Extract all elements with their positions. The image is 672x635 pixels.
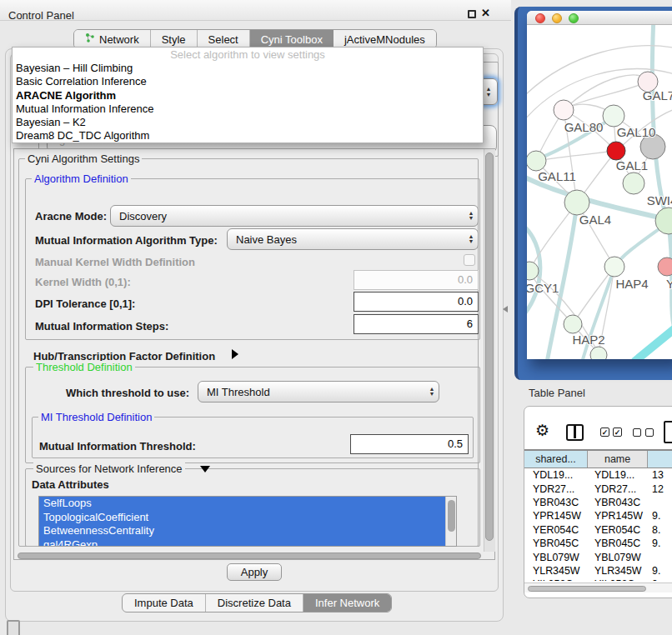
table-horizontal-scrollbar-thumb[interactable]: [528, 586, 646, 592]
dropdown-item-bayesian-k2[interactable]: Bayesian – K2: [13, 116, 483, 129]
data-attributes-list[interactable]: SelfLoops TopologicalCoefficient Between…: [38, 496, 457, 547]
table-row[interactable]: YDL19...YDL19...13: [524, 468, 672, 482]
node-y[interactable]: [658, 258, 672, 276]
table-rows: YDL19...YDL19...13 YDR27...YDR27...12 YB…: [524, 468, 672, 581]
cell: YDR27...: [524, 483, 589, 495]
close-window-icon[interactable]: [535, 13, 545, 23]
table-panel-title: Table Panel: [529, 387, 585, 399]
mi-steps-field[interactable]: 6: [354, 314, 479, 334]
columns-icon[interactable]: [566, 424, 584, 441]
cell: 9: [649, 578, 672, 581]
list-item-betweennesscentrality[interactable]: BetweennessCentrality: [39, 524, 445, 538]
dropdown-item-aracne[interactable]: ARACNE Algorithm: [13, 89, 483, 102]
which-threshold-combobox[interactable]: MI Threshold ▲▼: [198, 381, 439, 402]
label-hap2: HAP2: [572, 332, 604, 347]
table-row[interactable]: YBL079WYBL079W: [524, 550, 672, 563]
tab-impute-data[interactable]: Impute Data: [123, 594, 206, 612]
tab-infer-network[interactable]: Infer Network: [303, 594, 391, 612]
node-gcy1[interactable]: [527, 262, 539, 280]
table-row[interactable]: YIL052CYIL052C9: [524, 578, 672, 581]
column-header-name[interactable]: name: [588, 451, 648, 468]
table-row[interactable]: YBR045CYBR045C9.: [524, 537, 672, 550]
cell: YPR145W: [524, 510, 589, 522]
table-row[interactable]: YPR145WYPR145W9.: [524, 509, 672, 522]
bottom-tabbar: Impute Data Discretize Data Infer Networ…: [122, 593, 392, 612]
column-header-shared[interactable]: shared...: [524, 451, 588, 468]
table-row[interactable]: YLR345WYLR345W9.: [524, 564, 672, 578]
aracne-mode-value: Discovery: [111, 210, 464, 222]
select-all-checkbox-icon[interactable]: ✓: [600, 428, 609, 437]
dpi-tolerance-field[interactable]: 0.0: [354, 292, 479, 312]
node-bottom[interactable]: [590, 347, 607, 359]
settings-horizontal-scrollbar-thumb[interactable]: [18, 552, 481, 559]
tab-network[interactable]: Network: [74, 30, 151, 48]
collapsed-panel-icon[interactable]: [7, 620, 20, 635]
cell: YIL052C: [524, 578, 589, 581]
kernel-width-field[interactable]: 0.0: [354, 270, 479, 290]
tab-cyni-toolbox[interactable]: Cyni Toolbox: [250, 30, 333, 48]
tab-style[interactable]: Style: [151, 30, 198, 48]
tab-select[interactable]: Select: [198, 30, 250, 48]
network-canvas[interactable]: GAL7 GAL80 GAL10 GAL11 GAL1 SWI4 GAL4 GC…: [527, 25, 672, 359]
node-hap4[interactable]: [604, 257, 624, 277]
splitter-collapse-icon[interactable]: [503, 306, 508, 312]
tab-impute-data-label: Impute Data: [134, 597, 193, 609]
cell: YDL19...: [524, 469, 589, 481]
node-hap2[interactable]: [564, 315, 582, 333]
minimize-window-icon[interactable]: [552, 13, 562, 23]
close-panel-icon[interactable]: ✕: [481, 7, 490, 19]
data-attributes-label: Data Attributes: [32, 478, 109, 491]
attributes-list-scrollbar-thumb[interactable]: [448, 500, 455, 532]
manual-kernel-checkbox[interactable]: [464, 254, 475, 266]
apply-button[interactable]: Apply: [227, 563, 282, 581]
node-gal11[interactable]: [527, 151, 546, 171]
table-row[interactable]: YBR043CYBR043C: [524, 496, 672, 509]
list-item-gal4rgexp[interactable]: gal4RGexp: [39, 538, 445, 548]
table-horizontal-scrollbar[interactable]: [524, 582, 672, 592]
node-gal80[interactable]: [554, 100, 574, 120]
network-window-titlebar[interactable]: [527, 11, 672, 25]
table-row[interactable]: YDR27...YDR27...12: [524, 482, 672, 495]
node-gal1[interactable]: [623, 172, 644, 194]
label-swi4: SWI4: [647, 193, 672, 208]
node-red-selected[interactable]: [607, 142, 625, 160]
gear-icon[interactable]: ⚙: [535, 421, 549, 440]
label-gal7: GAL7: [643, 88, 672, 102]
collapse-down-icon[interactable]: [200, 466, 210, 472]
dropdown-item-dream8[interactable]: Dream8 DC_TDC Algorithm: [13, 129, 483, 142]
deselect-all-checkbox-icon[interactable]: [633, 428, 641, 437]
zoom-window-icon[interactable]: [569, 13, 579, 23]
column-header-partial[interactable]: A: [648, 451, 672, 468]
mi-threshold-field[interactable]: 0.5: [350, 434, 469, 454]
cell: 13: [649, 469, 672, 481]
list-item-selfloops[interactable]: SelfLoops: [39, 497, 445, 511]
select-all-checkbox-icon2[interactable]: ✓: [613, 428, 622, 437]
float-panel-icon[interactable]: [468, 10, 476, 18]
mi-type-combobox[interactable]: Naive Bayes ▲▼: [227, 228, 479, 250]
list-item-topologicalcoefficient[interactable]: TopologicalCoefficient: [39, 511, 445, 525]
node-gal10[interactable]: [603, 105, 624, 127]
deselect-all-checkbox-icon2[interactable]: [645, 428, 654, 437]
attributes-list-scrollbar[interactable]: [445, 497, 456, 547]
cell: YBR043C: [589, 497, 649, 508]
aracne-mode-combobox[interactable]: Discovery ▲▼: [110, 205, 479, 227]
export-table-icon[interactable]: [664, 421, 672, 443]
algorithm-definition-title: Algorithm Definition: [32, 172, 131, 185]
settings-vertical-scrollbar-thumb[interactable]: [485, 152, 494, 541]
dropdown-item-basic-correlation[interactable]: Basic Correlation Inference: [13, 75, 483, 88]
algorithm-dropdown-popup: Select algorithm to view settings Bayesi…: [12, 47, 484, 143]
expand-right-icon[interactable]: [232, 349, 238, 359]
table-row[interactable]: YER054CYER054C8.: [524, 523, 672, 537]
cell: YBL079W: [524, 552, 589, 563]
dropdown-item-mutual-information[interactable]: Mutual Information Inference: [13, 102, 483, 116]
label-hap4: HAP4: [615, 277, 648, 291]
tab-discretize-data[interactable]: Discretize Data: [206, 594, 303, 612]
node-gal4[interactable]: [564, 190, 589, 215]
tab-cyni-toolbox-label: Cyni Toolbox: [261, 33, 323, 46]
tab-jactivemnodules[interactable]: jActiveMNodules: [333, 30, 436, 48]
cell: 9.: [649, 538, 672, 549]
cell: YPR145W: [589, 510, 649, 522]
dropdown-item-bayesian-hill-climbing[interactable]: Bayesian – Hill Climbing: [13, 62, 483, 75]
tab-network-label: Network: [99, 33, 139, 46]
threshold-definition-title: Threshold Definition: [33, 361, 135, 373]
